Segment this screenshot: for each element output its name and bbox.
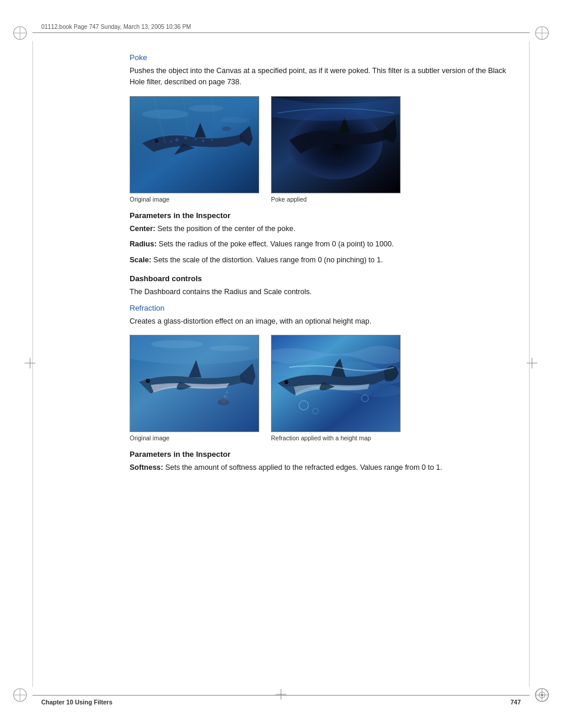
reg-mark-br xyxy=(534,687,550,703)
svg-point-34 xyxy=(151,340,203,348)
refraction-image1-caption: Original image xyxy=(130,434,259,442)
svg-point-19 xyxy=(175,138,178,141)
poke-image2-caption: Poke applied xyxy=(271,196,401,203)
content-area: Poke Pushes the object into the Canvas a… xyxy=(130,47,518,681)
poke-scale-param: Scale: Sets the scale of the distortion.… xyxy=(130,255,518,266)
page: 01112.book Page 747 Sunday, March 13, 20… xyxy=(0,0,562,728)
refraction-softness-param: Softness: Sets the amount of softness ap… xyxy=(130,462,518,473)
svg-point-35 xyxy=(209,345,250,351)
poke-image2-block: Poke applied xyxy=(271,96,401,203)
poke-images-row: Original image xyxy=(130,96,518,203)
header-bar xyxy=(32,32,530,33)
poke-original-image xyxy=(130,96,259,193)
refraction-params-heading: Parameters in the Inspector xyxy=(130,450,518,459)
footer-chapter: Chapter 10 Using Filters xyxy=(41,699,113,706)
svg-point-17 xyxy=(189,104,223,111)
svg-point-39 xyxy=(220,398,226,404)
poke-image1-block: Original image xyxy=(130,96,259,203)
refraction-applied-image xyxy=(271,335,401,432)
refraction-images-row: Original image xyxy=(130,335,518,442)
svg-point-20 xyxy=(184,136,187,139)
poke-center-param: Center: Sets the position of the center … xyxy=(130,223,518,235)
refraction-title: Refraction xyxy=(130,304,518,312)
side-mark-left xyxy=(24,357,37,372)
refraction-image2-block: Refraction applied with a height map xyxy=(271,335,401,442)
poke-title: Poke xyxy=(130,53,518,62)
poke-dashboard-text: The Dashboard contains the Radius and Sc… xyxy=(130,286,518,298)
svg-point-43 xyxy=(285,380,289,384)
svg-point-22 xyxy=(201,139,204,142)
reg-mark-bl xyxy=(12,687,28,703)
side-mark-right xyxy=(525,357,538,372)
header-text: 01112.book Page 747 Sunday, March 13, 20… xyxy=(41,24,191,30)
center-bottom-mark xyxy=(275,688,287,703)
svg-point-21 xyxy=(194,138,197,140)
poke-description: Pushes the object into the Canvas at a s… xyxy=(130,65,518,88)
reg-mark-tl xyxy=(12,25,28,41)
poke-image1-caption: Original image xyxy=(130,196,259,203)
svg-point-18 xyxy=(220,117,249,123)
svg-point-16 xyxy=(142,109,189,118)
reg-mark-tr xyxy=(534,25,550,41)
refraction-original-image xyxy=(130,335,259,432)
svg-point-24 xyxy=(170,140,173,143)
poke-params-heading: Parameters in the Inspector xyxy=(130,211,518,220)
refraction-image1-block: Original image xyxy=(130,335,259,442)
svg-point-27 xyxy=(222,126,231,131)
refraction-image2-caption: Refraction applied with a height map xyxy=(271,434,401,442)
footer-page-number: 747 xyxy=(510,699,521,706)
svg-point-37 xyxy=(147,380,149,381)
poke-dashboard-heading: Dashboard controls xyxy=(130,274,518,283)
poke-radius-param: Radius: Sets the radius of the poke effe… xyxy=(130,239,518,250)
svg-point-23 xyxy=(211,139,213,141)
poke-applied-image xyxy=(271,96,401,193)
refraction-description: Creates a glass-distortion effect on an … xyxy=(130,316,518,327)
svg-point-26 xyxy=(156,140,157,141)
